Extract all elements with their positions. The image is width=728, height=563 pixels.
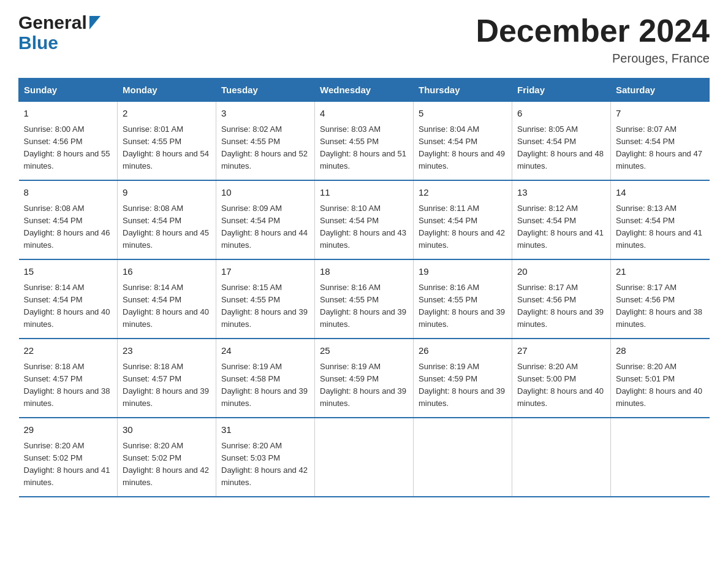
day-info: Sunrise: 8:18 AMSunset: 4:57 PMDaylight:… xyxy=(24,361,113,410)
page-header: General Blue December 2024 Perouges, Fra… xyxy=(18,12,710,66)
day-info: Sunrise: 8:01 AMSunset: 4:55 PMDaylight:… xyxy=(123,123,211,173)
logo-blue-text: Blue xyxy=(18,33,58,53)
calendar-cell: 4Sunrise: 8:03 AMSunset: 4:55 PMDaylight… xyxy=(315,102,414,181)
calendar-cell: 21Sunrise: 8:17 AMSunset: 4:56 PMDayligh… xyxy=(611,259,710,339)
calendar-cell xyxy=(611,418,710,497)
day-number: 14 xyxy=(616,186,705,200)
header-friday: Friday xyxy=(512,79,611,102)
day-number: 20 xyxy=(517,265,605,279)
day-info: Sunrise: 8:14 AMSunset: 4:54 PMDaylight:… xyxy=(123,282,211,331)
day-number: 22 xyxy=(24,344,113,358)
calendar-cell: 20Sunrise: 8:17 AMSunset: 4:56 PMDayligh… xyxy=(512,259,611,339)
calendar-cell: 10Sunrise: 8:09 AMSunset: 4:54 PMDayligh… xyxy=(216,180,315,259)
calendar-cell: 14Sunrise: 8:13 AMSunset: 4:54 PMDayligh… xyxy=(611,180,710,259)
day-info: Sunrise: 8:14 AMSunset: 4:54 PMDaylight:… xyxy=(24,282,113,331)
logo-general-text: General xyxy=(18,12,87,33)
day-info: Sunrise: 8:20 AMSunset: 5:03 PMDaylight:… xyxy=(221,440,309,489)
day-info: Sunrise: 8:11 AMSunset: 4:54 PMDaylight:… xyxy=(419,202,507,252)
day-info: Sunrise: 8:02 AMSunset: 4:55 PMDaylight:… xyxy=(221,123,309,173)
calendar-cell xyxy=(512,418,611,497)
calendar-header-row: SundayMondayTuesdayWednesdayThursdayFrid… xyxy=(19,79,710,102)
logo-arrow-icon xyxy=(89,16,100,32)
day-info: Sunrise: 8:10 AMSunset: 4:54 PMDaylight:… xyxy=(320,202,408,252)
day-number: 16 xyxy=(123,265,211,279)
day-number: 21 xyxy=(616,265,705,279)
day-number: 1 xyxy=(24,107,113,121)
calendar-week-row: 8Sunrise: 8:08 AMSunset: 4:54 PMDaylight… xyxy=(19,180,710,259)
day-info: Sunrise: 8:13 AMSunset: 4:54 PMDaylight:… xyxy=(616,202,705,252)
day-number: 23 xyxy=(123,344,211,358)
day-info: Sunrise: 8:16 AMSunset: 4:55 PMDaylight:… xyxy=(419,282,507,331)
day-number: 29 xyxy=(24,423,113,437)
calendar-week-row: 29Sunrise: 8:20 AMSunset: 5:02 PMDayligh… xyxy=(19,418,710,497)
day-info: Sunrise: 8:04 AMSunset: 4:54 PMDaylight:… xyxy=(419,123,507,173)
day-number: 9 xyxy=(123,186,211,200)
day-info: Sunrise: 8:19 AMSunset: 4:59 PMDaylight:… xyxy=(419,361,507,410)
calendar-cell: 30Sunrise: 8:20 AMSunset: 5:02 PMDayligh… xyxy=(118,418,216,497)
day-info: Sunrise: 8:20 AMSunset: 5:01 PMDaylight:… xyxy=(616,361,705,410)
day-number: 24 xyxy=(221,344,309,358)
day-number: 19 xyxy=(419,265,507,279)
day-number: 26 xyxy=(419,344,507,358)
day-info: Sunrise: 8:20 AMSunset: 5:02 PMDaylight:… xyxy=(123,440,211,489)
day-info: Sunrise: 8:07 AMSunset: 4:54 PMDaylight:… xyxy=(616,123,705,173)
calendar-cell: 17Sunrise: 8:15 AMSunset: 4:55 PMDayligh… xyxy=(216,259,315,339)
header-wednesday: Wednesday xyxy=(315,79,414,102)
day-number: 18 xyxy=(320,265,408,279)
svg-marker-0 xyxy=(89,16,100,29)
day-number: 11 xyxy=(320,186,408,200)
calendar-cell xyxy=(414,418,512,497)
day-info: Sunrise: 8:12 AMSunset: 4:54 PMDaylight:… xyxy=(517,202,605,252)
calendar-cell: 31Sunrise: 8:20 AMSunset: 5:03 PMDayligh… xyxy=(216,418,315,497)
calendar-cell: 29Sunrise: 8:20 AMSunset: 5:02 PMDayligh… xyxy=(19,418,118,497)
day-number: 6 xyxy=(517,107,605,121)
header-monday: Monday xyxy=(118,79,216,102)
calendar-cell: 12Sunrise: 8:11 AMSunset: 4:54 PMDayligh… xyxy=(414,180,512,259)
day-info: Sunrise: 8:18 AMSunset: 4:57 PMDaylight:… xyxy=(123,361,211,410)
day-info: Sunrise: 8:05 AMSunset: 4:54 PMDaylight:… xyxy=(517,123,605,173)
calendar-cell: 24Sunrise: 8:19 AMSunset: 4:58 PMDayligh… xyxy=(216,339,315,418)
day-number: 28 xyxy=(616,344,705,358)
calendar-cell: 18Sunrise: 8:16 AMSunset: 4:55 PMDayligh… xyxy=(315,259,414,339)
calendar-cell: 16Sunrise: 8:14 AMSunset: 4:54 PMDayligh… xyxy=(118,259,216,339)
day-number: 7 xyxy=(616,107,705,121)
day-number: 4 xyxy=(320,107,408,121)
day-info: Sunrise: 8:08 AMSunset: 4:54 PMDaylight:… xyxy=(24,202,113,252)
day-info: Sunrise: 8:20 AMSunset: 5:00 PMDaylight:… xyxy=(517,361,605,410)
calendar-cell: 6Sunrise: 8:05 AMSunset: 4:54 PMDaylight… xyxy=(512,102,611,181)
day-number: 2 xyxy=(123,107,211,121)
calendar-cell: 19Sunrise: 8:16 AMSunset: 4:55 PMDayligh… xyxy=(414,259,512,339)
calendar-cell: 28Sunrise: 8:20 AMSunset: 5:01 PMDayligh… xyxy=(611,339,710,418)
calendar-week-row: 22Sunrise: 8:18 AMSunset: 4:57 PMDayligh… xyxy=(19,339,710,418)
day-number: 3 xyxy=(221,107,309,121)
day-info: Sunrise: 8:00 AMSunset: 4:56 PMDaylight:… xyxy=(24,123,113,173)
calendar-cell: 3Sunrise: 8:02 AMSunset: 4:55 PMDaylight… xyxy=(216,102,315,181)
day-info: Sunrise: 8:20 AMSunset: 5:02 PMDaylight:… xyxy=(24,440,113,489)
calendar-week-row: 1Sunrise: 8:00 AMSunset: 4:56 PMDaylight… xyxy=(19,102,710,181)
day-number: 25 xyxy=(320,344,408,358)
calendar-cell: 7Sunrise: 8:07 AMSunset: 4:54 PMDaylight… xyxy=(611,102,710,181)
header-saturday: Saturday xyxy=(611,79,710,102)
calendar-cell: 5Sunrise: 8:04 AMSunset: 4:54 PMDaylight… xyxy=(414,102,512,181)
calendar-cell: 22Sunrise: 8:18 AMSunset: 4:57 PMDayligh… xyxy=(19,339,118,418)
day-number: 12 xyxy=(419,186,507,200)
day-number: 31 xyxy=(221,423,309,437)
day-number: 10 xyxy=(221,186,309,200)
month-title: December 2024 xyxy=(476,12,710,49)
day-info: Sunrise: 8:17 AMSunset: 4:56 PMDaylight:… xyxy=(517,282,605,331)
calendar-cell: 27Sunrise: 8:20 AMSunset: 5:00 PMDayligh… xyxy=(512,339,611,418)
calendar-cell: 1Sunrise: 8:00 AMSunset: 4:56 PMDaylight… xyxy=(19,102,118,181)
day-info: Sunrise: 8:16 AMSunset: 4:55 PMDaylight:… xyxy=(320,282,408,331)
day-info: Sunrise: 8:08 AMSunset: 4:54 PMDaylight:… xyxy=(123,202,211,252)
calendar-table: SundayMondayTuesdayWednesdayThursdayFrid… xyxy=(18,78,710,497)
calendar-week-row: 15Sunrise: 8:14 AMSunset: 4:54 PMDayligh… xyxy=(19,259,710,339)
day-number: 30 xyxy=(123,423,211,437)
day-number: 13 xyxy=(517,186,605,200)
calendar-cell: 26Sunrise: 8:19 AMSunset: 4:59 PMDayligh… xyxy=(414,339,512,418)
calendar-cell: 15Sunrise: 8:14 AMSunset: 4:54 PMDayligh… xyxy=(19,259,118,339)
day-number: 15 xyxy=(24,265,113,279)
day-info: Sunrise: 8:03 AMSunset: 4:55 PMDaylight:… xyxy=(320,123,408,173)
day-number: 27 xyxy=(517,344,605,358)
day-info: Sunrise: 8:19 AMSunset: 4:58 PMDaylight:… xyxy=(221,361,309,410)
location: Perouges, France xyxy=(476,52,710,66)
